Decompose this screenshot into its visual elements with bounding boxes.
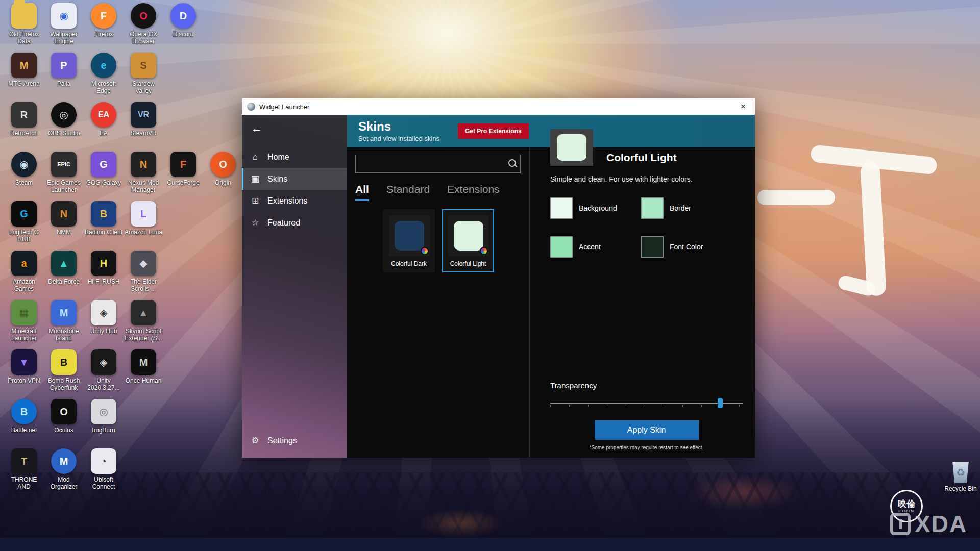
desktop-icon-label: RetroArch xyxy=(10,130,38,137)
app-tile-icon: O xyxy=(51,399,77,424)
close-icon[interactable]: × xyxy=(731,98,755,115)
desktop-icon[interactable]: VR SteamVR xyxy=(124,102,163,152)
desktop-icon[interactable]: ▼ Proton VPN xyxy=(4,349,44,399)
apply-skin-button[interactable]: Apply Skin xyxy=(595,420,699,440)
slider-thumb[interactable] xyxy=(718,398,723,408)
desktop-icon-label: Discord xyxy=(173,31,194,38)
desktop-icon[interactable]: Old Firefox Data xyxy=(4,3,44,53)
app-tile-icon: O xyxy=(210,152,236,177)
desktop-icon[interactable]: M Mod Organizer xyxy=(44,448,84,498)
desktop-icon[interactable]: B Badlion Client xyxy=(84,201,124,251)
desktop-icon[interactable]: ◆ The Elder Scrolls ... xyxy=(124,251,163,300)
desktop-icon[interactable]: P Palia xyxy=(44,53,84,102)
app-tile-icon: G xyxy=(11,201,37,227)
search-icon[interactable] xyxy=(505,156,520,171)
desktop-icon[interactable]: ◎ ImgBurn xyxy=(84,399,124,448)
desktop-icon[interactable]: O Oculus xyxy=(44,399,84,448)
app-tile-icon: ◉ xyxy=(11,152,37,177)
app-tile-icon: EPIC xyxy=(51,152,77,177)
color-swatch[interactable] xyxy=(550,197,573,219)
sidebar-item[interactable]: ☆ Featured xyxy=(242,212,347,234)
desktop-icon[interactable]: e Microsoft Edge xyxy=(84,53,124,102)
desktop-icon[interactable]: B Battle.net xyxy=(4,399,44,448)
titlebar[interactable]: Widget Launcher × xyxy=(242,98,755,115)
xda-watermark: XDA xyxy=(890,510,967,538)
skin-preview xyxy=(550,129,593,166)
desktop-icon[interactable]: R RetroArch xyxy=(4,102,44,152)
desktop-icon[interactable]: H Hi-Fi RUSH xyxy=(84,251,124,300)
desktop-icon[interactable]: G GOG Galaxy xyxy=(84,152,124,201)
get-pro-extensions-button[interactable]: Get Pro Extensions xyxy=(458,123,529,139)
desktop-icon-label: Microsoft Edge xyxy=(84,81,124,95)
widget-launcher-window: Widget Launcher × ← ⌂ Home ▣ Skins xyxy=(242,98,755,458)
color-swatch-label: Font Color xyxy=(670,243,703,251)
skin-description: Simple and clean. For use with lighter c… xyxy=(550,175,755,183)
desktop-icon[interactable]: N Nexus Mod Manager xyxy=(124,152,163,201)
app-tile-icon: H xyxy=(91,251,116,276)
desktop-icon[interactable]: ◈ Unity 2020.3.27... xyxy=(84,349,124,399)
desktop-icon[interactable]: G Logitech G HUB xyxy=(4,201,44,251)
app-tile-icon: ◎ xyxy=(51,102,77,128)
desktop-icon-label: Delta Force xyxy=(48,279,80,286)
desktop-icon[interactable]: ◉ Wallpaper Engine xyxy=(44,3,84,53)
skin-card[interactable]: Colorful Light xyxy=(442,209,494,272)
desktop-icon-label: Old Firefox Data xyxy=(4,31,44,45)
color-swatch-item: Accent xyxy=(550,236,641,258)
color-swatch[interactable] xyxy=(641,197,664,219)
desktop-icon[interactable]: L Amazon Luna xyxy=(124,201,163,251)
transparency-slider[interactable] xyxy=(550,398,743,408)
desktop-icon[interactable]: F Firefox xyxy=(84,3,124,53)
app-tile-icon: N xyxy=(51,201,77,227)
desktop-icon[interactable]: ◔ Ubisoft Connect xyxy=(84,448,124,498)
desktop-icon[interactable]: ◉ Steam xyxy=(4,152,44,201)
color-swatch[interactable] xyxy=(550,236,573,258)
desktop-icon[interactable]: ▦ Minecraft Launcher xyxy=(4,300,44,349)
desktop-icon-label: Skyrim Script Extender (S... xyxy=(124,328,163,342)
tab[interactable]: Extensions xyxy=(447,183,500,201)
desktop-icon[interactable]: a Amazon Games xyxy=(4,251,44,300)
desktop-icon[interactable]: N NMM xyxy=(44,201,84,251)
desktop-icon[interactable]: F CurseForge xyxy=(163,152,203,201)
sidebar-item-label: Home xyxy=(267,153,289,162)
app-tile-icon: F xyxy=(91,3,116,29)
desktop-icon[interactable]: M Once Human xyxy=(124,349,163,399)
skin-preview-swatch xyxy=(557,134,586,161)
desktop-icon[interactable]: ◈ Unity Hub xyxy=(84,300,124,349)
desktop-icon[interactable]: D Discord xyxy=(163,3,203,53)
desktop-icon[interactable]: S Stardew Valley xyxy=(124,53,163,102)
desktop-icon[interactable]: ▲ Delta Force xyxy=(44,251,84,300)
app-tile-icon: S xyxy=(131,53,156,78)
color-swatch-item: Border xyxy=(641,197,753,219)
desktop-icon[interactable]: M MTG Arena xyxy=(4,53,44,102)
sidebar-item[interactable]: ⊞ Extensions xyxy=(242,190,347,212)
color-swatches: Background Border Accent xyxy=(550,197,755,258)
tab[interactable]: Standard xyxy=(386,183,430,201)
desktop-icon[interactable]: EA EA xyxy=(84,102,124,152)
desktop-icon[interactable]: ▲ Skyrim Script Extender (S... xyxy=(124,300,163,349)
color-swatch[interactable] xyxy=(641,236,664,258)
desktop-icon[interactable]: O Opera GX Browser xyxy=(124,3,163,53)
recycle-bin[interactable]: ♻ Recycle Bin xyxy=(941,462,980,493)
sidebar-item[interactable]: ⌂ Home xyxy=(242,146,347,168)
skin-card[interactable]: Colorful Dark xyxy=(383,209,435,272)
desktop-icon[interactable]: T THRONE AND LIBERTY xyxy=(4,448,44,498)
sidebar-item[interactable]: ▣ Skins xyxy=(242,168,347,190)
desktop-icon-label: The Elder Scrolls ... xyxy=(124,279,163,293)
sidebar-item-settings[interactable]: ⚙ Settings xyxy=(242,430,347,452)
app-tile-icon: ▼ xyxy=(11,349,37,375)
tab[interactable]: All xyxy=(355,183,369,201)
desktop-icon-label: Moonstone Island xyxy=(44,328,84,342)
search-input[interactable] xyxy=(356,160,505,168)
desktop-icon-label: Unity Hub xyxy=(90,328,117,335)
desktop-icon[interactable]: O Origin xyxy=(203,152,243,201)
app-tile-icon: M xyxy=(51,300,77,325)
skin-cards: Colorful Dark Colorful Light xyxy=(383,209,529,272)
desktop-icon[interactable]: EPIC Epic Games Launcher xyxy=(44,152,84,201)
app-tile-icon: B xyxy=(91,201,116,227)
desktop-icon[interactable]: B Bomb Rush Cyberfunk xyxy=(44,349,84,399)
back-button[interactable]: ← xyxy=(242,115,347,140)
desktop-icon[interactable]: M Moonstone Island xyxy=(44,300,84,349)
desktop-icon[interactable]: ◎ OBS Studio xyxy=(44,102,84,152)
app-tile-icon: ◎ xyxy=(91,399,116,424)
app-tile-icon: L xyxy=(131,201,156,227)
